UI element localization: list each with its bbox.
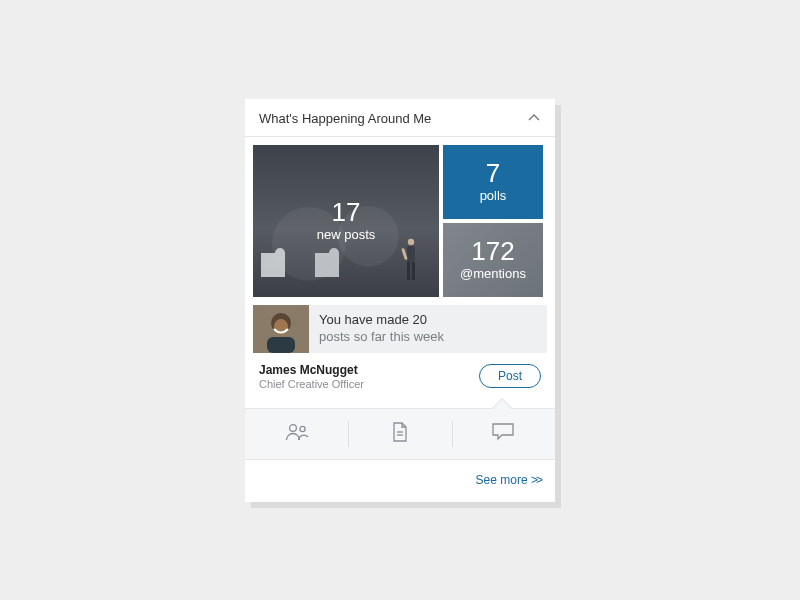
svg-point-0 [408, 238, 414, 244]
card-title: What's Happening Around Me [259, 111, 431, 126]
author-title: Chief Creative Officer [259, 378, 364, 390]
tile-mentions[interactable]: 172 @mentions [443, 223, 543, 297]
new-posts-count: 17 [317, 199, 376, 225]
mentions-count: 172 [460, 238, 526, 264]
see-more-link[interactable]: See more >> [476, 473, 541, 487]
people-icon [284, 422, 310, 446]
polls-label: polls [480, 188, 507, 203]
document-icon [390, 421, 410, 447]
tile-new-posts[interactable]: 17 new posts [253, 145, 439, 297]
tab-documents[interactable] [348, 409, 451, 459]
tile-polls[interactable]: 7 polls [443, 145, 543, 219]
summary-line-1: You have made 20 [319, 311, 444, 329]
author-row: James McNugget Chief Creative Officer Po… [245, 353, 555, 408]
double-chevron-right-icon: >> [530, 473, 541, 487]
svg-rect-1 [407, 246, 415, 262]
weekly-summary: You have made 20 posts so far this week [253, 305, 547, 353]
author-name: James McNugget [259, 363, 364, 377]
svg-rect-3 [412, 262, 415, 280]
post-button[interactable]: Post [479, 364, 541, 388]
svg-rect-2 [407, 262, 410, 280]
mentions-label: @mentions [460, 266, 526, 281]
tabbar [245, 408, 555, 460]
tab-people[interactable] [245, 409, 348, 459]
svg-point-9 [289, 424, 296, 431]
happening-card: What's Happening Around Me [245, 99, 555, 502]
puzzle-pieces-icon [259, 243, 363, 287]
svg-rect-4 [401, 247, 408, 259]
svg-point-10 [300, 426, 305, 431]
polls-count: 7 [486, 160, 500, 186]
see-more-label: See more [476, 473, 528, 487]
svg-rect-8 [267, 337, 295, 353]
tab-chat[interactable] [452, 409, 555, 459]
summary-line-2: posts so far this week [319, 328, 444, 346]
card-footer: See more >> [245, 460, 555, 502]
person-illustration [401, 237, 421, 283]
avatar [253, 305, 309, 353]
card-header[interactable]: What's Happening Around Me [245, 99, 555, 137]
new-posts-label: new posts [317, 227, 376, 242]
stats-tiles: 17 new posts 7 polls 172 @mentions [245, 137, 555, 305]
chat-icon [491, 422, 515, 446]
chevron-up-icon[interactable] [527, 111, 541, 125]
